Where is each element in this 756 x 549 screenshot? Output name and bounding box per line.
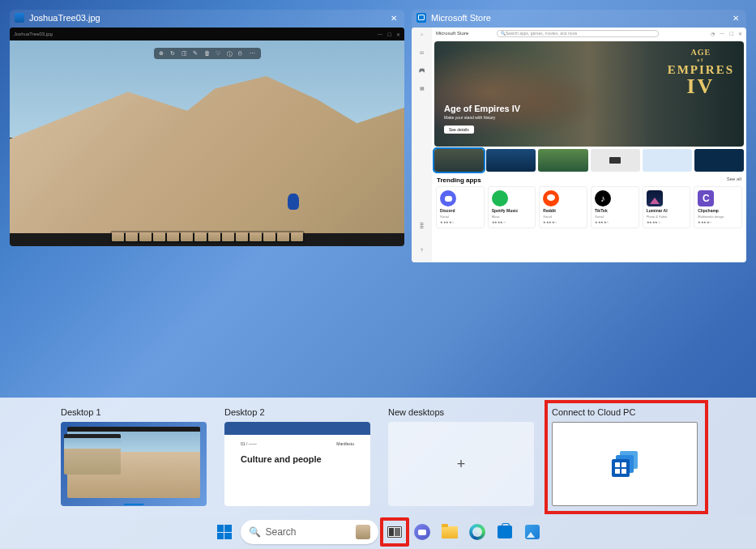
thumb[interactable] [291, 232, 303, 241]
taskbar: 🔍 Search [0, 515, 756, 549]
section-title: Trending apps [437, 177, 481, 184]
thumb[interactable] [139, 232, 152, 241]
task-view: JoshuaTree03.jpg ✕ JoshuaTree03.jpg — ☐ … [0, 0, 756, 549]
app-card-clipchamp[interactable]: CClipchampMultimedia design★★★★☆ [694, 186, 742, 228]
carousel-item[interactable] [643, 149, 692, 172]
thumb[interactable] [263, 232, 275, 241]
thumb[interactable] [236, 232, 248, 241]
thumb[interactable] [208, 232, 220, 241]
sidebar-item-help[interactable]: ? [417, 248, 427, 257]
edge-button[interactable] [466, 521, 489, 543]
store-preview: ⌂ ⊞ 🎮 ▦ ≣ ? Microsoft Store 🔍 Search app… [412, 28, 746, 262]
edit-icon[interactable]: ✎ [193, 50, 199, 57]
sidebar-item-library[interactable]: ≣ [417, 223, 427, 233]
store-button[interactable] [493, 521, 516, 543]
desktop-1[interactable]: Desktop 1 [61, 407, 207, 505]
minimize-icon[interactable]: — [720, 31, 724, 36]
logo-line: AGE [668, 48, 734, 57]
sidebar-item-apps[interactable]: ⊞ [417, 49, 427, 59]
file-explorer-button[interactable] [438, 521, 461, 543]
carousel-item[interactable] [434, 149, 484, 172]
app-name: Reddit [543, 208, 556, 213]
close-icon[interactable]: ✕ [388, 12, 399, 23]
chat-button[interactable] [411, 521, 434, 543]
photos-toolbar[interactable]: ⊕ ↻ ◫ ✎ 🗑 ♡ ⓘ ⎙ ⋯ [154, 48, 261, 59]
hero-text: Age of Empires IV Make your stand with h… [444, 104, 520, 134]
clipchamp-icon: C [698, 190, 714, 206]
sidebar-item-movies[interactable]: ▦ [417, 85, 427, 95]
minimize-icon[interactable]: — [378, 32, 382, 37]
close-icon[interactable]: ✕ [738, 31, 742, 36]
thumb[interactable] [167, 232, 179, 241]
photos-filmstrip[interactable] [110, 231, 305, 243]
sidebar-item-home[interactable]: ⌂ [417, 32, 427, 41]
window-preview-photos[interactable]: JoshuaTree03.jpg ✕ JoshuaTree03.jpg — ☐ … [10, 10, 404, 246]
tiktok-icon [595, 190, 611, 206]
app-rating: ★★★★☆ [595, 220, 609, 224]
store-hero[interactable]: AGE of EMPIRES IV Age of Empires IV Make… [434, 41, 744, 147]
app-card-luminar[interactable]: Luminar AIPhoto & Video★★★★☆ [643, 186, 691, 228]
desktop-2[interactable]: Desktop 2 01 / ——Manifesto Culture and p… [224, 407, 370, 505]
window-controls: — ☐ ✕ [378, 32, 400, 37]
app-cat: Photo & Video [647, 215, 668, 219]
delete-icon[interactable]: 🗑 [204, 50, 211, 57]
app-rating: ★★★★☆ [543, 220, 557, 224]
start-button[interactable] [213, 521, 236, 543]
more-icon[interactable]: ⋯ [250, 50, 256, 57]
photos-preview: JoshuaTree03.jpg — ☐ ✕ ⊕ ↻ ◫ ✎ 🗑 ♡ ⓘ ⎙ ⋯ [10, 28, 404, 246]
sidebar-item-gaming[interactable]: 🎮 [417, 67, 427, 77]
store-icon [498, 526, 512, 538]
app-card-discord[interactable]: DiscordSocial★★★★☆ [436, 186, 485, 228]
account-icon[interactable]: ◔ [711, 31, 715, 36]
maximize-icon[interactable]: ☐ [387, 32, 391, 37]
reddit-icon [543, 190, 559, 206]
thumb[interactable] [194, 232, 207, 241]
print-icon[interactable]: ⎙ [238, 50, 245, 57]
new-desktop[interactable]: New desktops + [388, 407, 534, 505]
thumb[interactable] [277, 232, 289, 241]
store-header: Microsoft Store 🔍 Search apps, games, mo… [432, 28, 746, 39]
thumb[interactable] [126, 232, 138, 241]
app-card-spotify[interactable]: Spotify MusicMusic★★★★☆ [488, 186, 536, 228]
close-icon[interactable]: ✕ [730, 12, 741, 23]
close-icon[interactable]: ✕ [396, 32, 400, 37]
new-desktop-thumb[interactable]: + [388, 422, 534, 506]
window-preview-store[interactable]: Microsoft Store ✕ ⌂ ⊞ 🎮 ▦ ≣ ? Microsoft … [412, 10, 746, 262]
carousel-item[interactable] [694, 149, 744, 172]
see-all-link[interactable]: See all [727, 177, 741, 184]
photos-button[interactable] [521, 521, 544, 543]
taskbar-search[interactable]: 🔍 Search [241, 520, 378, 544]
desktop-1-thumb[interactable] [61, 422, 207, 506]
app-name: Clipchamp [698, 208, 719, 213]
favorite-icon[interactable]: ♡ [216, 50, 222, 57]
discord-icon [440, 190, 456, 206]
app-name: Luminar AI [647, 208, 668, 213]
app-rating: ★★★★☆ [647, 220, 661, 224]
info-icon[interactable]: ⓘ [227, 50, 233, 57]
thumb[interactable] [153, 232, 165, 241]
app-rating: ★★★★☆ [698, 220, 712, 224]
thumb[interactable] [250, 232, 262, 241]
connect-cloud-pc[interactable]: Connect to Cloud PC [552, 407, 698, 505]
task-view-icon [387, 526, 402, 538]
hero-button[interactable]: See details [444, 126, 474, 134]
desktop-2-thumb[interactable]: 01 / ——Manifesto Culture and people [224, 422, 370, 506]
app-card-tiktok[interactable]: TikTokSocial★★★★☆ [591, 186, 639, 228]
thumb[interactable] [181, 232, 193, 241]
app-card-reddit[interactable]: RedditSocial★★★★☆ [539, 186, 587, 228]
task-view-button[interactable] [383, 521, 406, 543]
store-search[interactable]: 🔍 Search apps, games, movies, and more [497, 30, 659, 37]
app-cat: Social [595, 215, 604, 219]
rotate-icon[interactable]: ↻ [170, 50, 177, 57]
carousel-item[interactable] [591, 149, 640, 172]
thumb[interactable] [222, 232, 234, 241]
crop-icon[interactable]: ◫ [182, 50, 188, 57]
mini-window [64, 434, 121, 475]
zoom-icon[interactable]: ⊕ [159, 50, 165, 57]
carousel-item[interactable] [538, 149, 587, 172]
carousel-item[interactable] [486, 149, 536, 172]
thumb[interactable] [112, 232, 124, 241]
maximize-icon[interactable]: ☐ [729, 31, 733, 36]
app-rating: ★★★★☆ [492, 220, 506, 224]
hero-headline: Age of Empires IV [444, 104, 520, 113]
